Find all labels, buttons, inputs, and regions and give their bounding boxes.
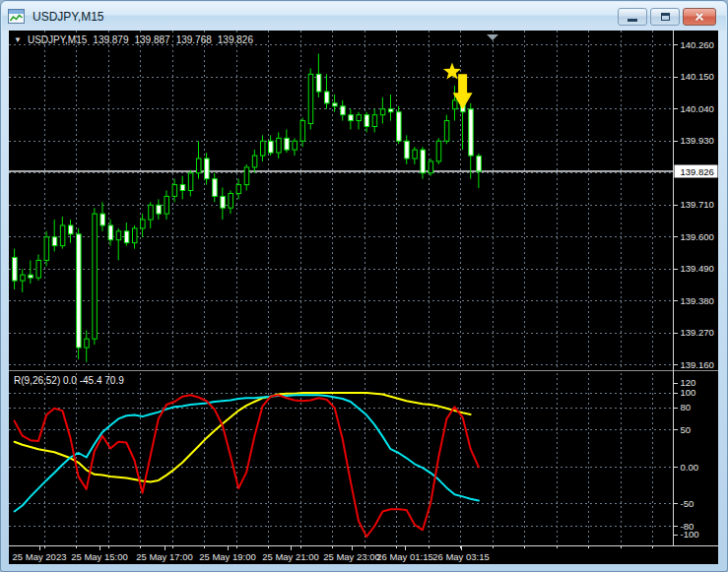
candle	[436, 141, 441, 161]
indicator-cyan-line	[15, 395, 479, 511]
price-axis-label: 140.040	[681, 103, 714, 114]
minimize-icon	[628, 19, 637, 22]
restore-button[interactable]	[650, 8, 680, 26]
chart-canvas[interactable]: 140.260140.150140.040139.930139.710139.6…	[9, 31, 718, 564]
candle	[77, 234, 82, 348]
candle	[21, 275, 26, 281]
indicator-panel	[15, 393, 479, 537]
candle	[36, 260, 41, 278]
time-axis-label: 26 May 01:15	[376, 551, 433, 562]
price-axis-label: 140.260	[681, 39, 714, 50]
time-axis-label: 26 May 03:15	[432, 551, 490, 562]
candle	[229, 193, 233, 208]
candle	[429, 161, 433, 173]
chart-annotations	[443, 34, 498, 109]
candle	[172, 185, 177, 197]
time-axis-label: 25 May 17:00	[136, 551, 193, 562]
candle	[413, 150, 418, 159]
ohlc-header[interactable]: ▼ USDJPY,M15 139.879 139.887 139.768 139…	[14, 34, 253, 45]
price-axis-label: 139.600	[681, 231, 714, 242]
price-axis-label: 139.270	[681, 327, 714, 338]
candle	[380, 109, 385, 115]
candle	[357, 115, 362, 121]
candle	[116, 231, 121, 240]
time-axis-label: 25 May 15:00	[71, 551, 128, 562]
candles-series	[13, 54, 482, 362]
ohlc-close: 139.826	[218, 34, 253, 45]
candle	[68, 225, 73, 234]
price-axis-label: 140.150	[681, 71, 714, 82]
candle	[364, 115, 369, 127]
time-axis[interactable]: 25 May 202325 May 15:0025 May 17:0025 Ma…	[13, 546, 653, 562]
candle	[141, 220, 146, 228]
indicator-scale-label: 80	[681, 402, 692, 413]
price-axis[interactable]: 140.260140.150140.040139.930139.710139.6…	[674, 39, 718, 540]
candle	[165, 196, 169, 214]
time-axis-label: 25 May 2023	[13, 551, 67, 562]
candle	[149, 205, 154, 220]
candle	[44, 237, 49, 261]
candle	[269, 141, 274, 153]
candle	[300, 121, 305, 142]
current-price-label: 139.826	[681, 166, 714, 177]
price-axis-label: 139.160	[681, 359, 714, 370]
indicator-red-line	[15, 395, 479, 537]
restore-icon	[661, 13, 670, 21]
candle	[93, 214, 98, 339]
candle	[236, 185, 241, 194]
candle	[13, 257, 18, 281]
candle	[285, 138, 290, 150]
candle	[205, 159, 210, 179]
candle	[333, 103, 338, 106]
indicator-scale-label: 50	[681, 424, 692, 435]
candle	[157, 205, 162, 214]
time-axis-label: 25 May 23:00	[323, 551, 380, 562]
candle	[260, 141, 265, 156]
candle	[405, 141, 410, 159]
indicator-scale-label: 100	[681, 387, 696, 398]
candle	[372, 115, 377, 127]
close-button[interactable]	[683, 8, 716, 26]
close-icon	[694, 11, 705, 23]
window-title: USDJPY,M15	[33, 10, 103, 24]
candle	[324, 92, 329, 103]
price-axis-label: 139.490	[681, 263, 714, 274]
indicator-label: R(9,26,52) 0.0 -45.4 70.9	[14, 375, 124, 386]
candle	[85, 339, 90, 348]
candle	[308, 74, 313, 123]
candle	[213, 179, 218, 197]
candle	[244, 167, 249, 185]
candle	[60, 225, 65, 246]
price-axis-label: 139.380	[681, 295, 714, 306]
candle	[388, 109, 393, 112]
candle	[108, 225, 113, 240]
symbol-dropdown-icon[interactable]: ▼	[14, 35, 22, 44]
ohlc-open: 139.879	[93, 34, 128, 45]
candle	[469, 109, 474, 156]
candle	[252, 156, 257, 167]
candle	[293, 141, 298, 150]
chart-client-area: 140.260140.150140.040139.930139.710139.6…	[9, 31, 718, 564]
indicator-scale-label: -50	[681, 498, 695, 509]
candle	[180, 185, 185, 191]
candle	[196, 159, 201, 173]
window-titlebar[interactable]: USDJPY,M15	[2, 2, 726, 31]
candle	[29, 275, 33, 278]
chart-shift-marker[interactable]	[487, 34, 498, 40]
candle	[341, 106, 346, 115]
ohlc-high: 139.887	[134, 34, 169, 45]
candle	[132, 228, 137, 243]
indicator-scale-label: 0.00	[681, 462, 699, 473]
candle	[444, 121, 449, 142]
candle	[52, 237, 57, 246]
candle	[316, 74, 321, 92]
candle	[349, 115, 354, 121]
ohlc-low: 139.768	[176, 34, 212, 45]
minimize-button[interactable]	[618, 8, 647, 26]
candle	[124, 231, 129, 243]
indicator-yellow-line	[15, 393, 471, 481]
candle	[397, 112, 402, 142]
ohlc-symbol: USDJPY,M15	[28, 34, 87, 45]
candle	[221, 196, 226, 208]
time-axis-label: 25 May 21:00	[262, 551, 319, 562]
